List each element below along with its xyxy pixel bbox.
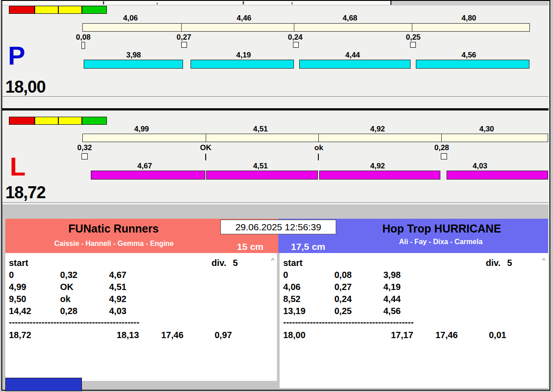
table-start-label: start (283, 257, 302, 268)
table-cell: 4,06 (283, 282, 301, 292)
reference-bar-tick (206, 134, 206, 142)
table-total: 17,46 (161, 330, 183, 340)
table-cell: 3,98 (383, 270, 401, 280)
status-green-light (82, 6, 107, 14)
exchange-tick-mark (205, 154, 206, 160)
lane-l-ref-split: 4,99 (134, 125, 149, 134)
strip-divider (2, 5, 549, 5)
scroll-up-icon[interactable]: ^ (271, 257, 274, 263)
lane-l-total-time: 18,72 (5, 184, 45, 201)
clipped-text-fragment (103, 1, 104, 4)
lane-l-exchange-time: OK (200, 143, 211, 152)
divider-line (2, 202, 549, 203)
clipped-text-fragment (157, 3, 158, 4)
lane-l-exchange-time: ok (314, 143, 323, 152)
table-cell: 4,03 (109, 306, 126, 316)
table-cell: 0 (283, 270, 288, 280)
lane-p-run-bar-segment (84, 60, 183, 69)
table-cell: 0,25 (334, 306, 352, 316)
exchange-checkbox[interactable] (441, 153, 447, 159)
table-cell: 9,50 (9, 294, 26, 304)
table-div-label: div. (211, 257, 226, 268)
exchange-checkbox[interactable] (181, 42, 187, 48)
team-left-members: Caissie - Hanneli - Gemma - Engine (54, 240, 174, 248)
table-cell: 4,67 (109, 270, 126, 280)
lane-p-split-time: 4,44 (345, 51, 360, 60)
exchange-checkbox[interactable] (410, 42, 416, 48)
results-table-right[interactable]: start div. 5 0 0,08 3,98 4,06 0,27 4,19 … (280, 253, 548, 388)
lane-p-ref-split: 4,80 (461, 14, 476, 23)
lane-p-status-lights (9, 6, 107, 14)
table-cell: 4,56 (383, 306, 401, 316)
table-cell: 0,08 (334, 270, 352, 280)
lane-p-ref-split: 4,68 (342, 14, 357, 23)
lane-l-ref-split: 4,51 (253, 125, 268, 134)
table-div-label: div. (486, 257, 500, 268)
reference-bar-tick (294, 24, 294, 31)
lane-l-run-bar-segment (319, 171, 440, 180)
team-left-name: FUNatic Runners (69, 222, 159, 235)
team-right-members: Ali - Fay - Dixa - Carmela (399, 238, 483, 246)
lane-l-split-time: 4,92 (370, 162, 385, 171)
status-yellow-light (58, 117, 82, 125)
table-cell: 4,19 (383, 282, 401, 292)
table-cell: 14,42 (9, 306, 31, 316)
lane-p-ref-split: 4,46 (236, 14, 251, 23)
status-red-light (9, 117, 35, 125)
datetime-display: 29.06.2025 12:56:39 (220, 220, 336, 234)
lane-l-run-bar-segment (91, 171, 205, 180)
team-left-jump-height: 15 cm (237, 241, 264, 252)
team-right-name: Hop Trop HURRICANE (382, 222, 501, 235)
table-cell: 4,51 (109, 282, 126, 292)
lane-l-letter: L (10, 154, 25, 180)
lane-l-split-time: 4,03 (472, 162, 487, 171)
lane-p-run-bar-segment (416, 60, 529, 69)
clipped-text-fragment (292, 2, 293, 4)
lane-p-letter: P (8, 43, 25, 69)
lane-p-exchange-time: 0,08 (76, 33, 90, 42)
exchange-checkbox[interactable] (81, 153, 88, 159)
clipped-top-strip (2, 1, 390, 5)
table-cell: OK (60, 282, 73, 292)
lane-p-exchange-time: 0,25 (406, 33, 420, 42)
reference-bar-tick (412, 24, 412, 31)
table-cell: 0,24 (334, 294, 352, 304)
lane-l-status-lights (9, 117, 107, 125)
exchange-checkbox[interactable] (293, 42, 299, 48)
clipped-window-edge (390, 1, 391, 5)
lane-p-split-time: 3,98 (126, 51, 141, 60)
results-table-left[interactable]: start div. 5 0 0,32 4,67 4,99 OK 4,51 9,… (5, 253, 277, 381)
table-separator: ----------------------------------------… (283, 317, 414, 327)
lane-l-split-time: 4,67 (137, 162, 152, 171)
table-div-value: 5 (507, 257, 512, 268)
partial-window-fragment (5, 378, 82, 391)
exchange-checkbox[interactable] (81, 42, 85, 49)
exchange-tick-mark (318, 154, 319, 160)
status-yellow-light (58, 6, 82, 14)
table-cell: ok (60, 294, 70, 304)
lane-p-run-bar-segment (191, 60, 294, 69)
lane-l-run-bar-segment (447, 171, 548, 180)
lane-p-reference-bar (82, 23, 530, 32)
divider-line (2, 96, 549, 97)
reference-bar-tick (318, 134, 319, 142)
table-cell: 4,92 (109, 294, 126, 304)
table-total: 17,17 (391, 330, 413, 340)
status-red-light (9, 6, 35, 14)
lane-p-exchange-time: 0,24 (288, 33, 302, 42)
lane-p-run-bar-segment (299, 60, 411, 69)
team-right-jump-height: 17,5 cm (291, 241, 325, 252)
table-cell: 0,27 (334, 282, 352, 292)
lane-l-run-bar-segment (206, 171, 318, 180)
lane-p-ref-split: 4,06 (123, 14, 138, 23)
lane-separator (2, 108, 549, 110)
lane-l-reference-bar (82, 134, 548, 142)
table-total: 17,46 (435, 330, 458, 340)
reference-bar-tick (181, 24, 182, 31)
lane-l-ref-split: 4,30 (479, 125, 494, 134)
table-separator: ----------------------------------------… (9, 317, 139, 327)
status-yellow-light (35, 6, 58, 14)
lane-l-exchange-time: 0,28 (434, 143, 449, 152)
table-cell: 13,19 (283, 306, 305, 316)
scroll-up-icon[interactable]: ^ (542, 257, 545, 263)
